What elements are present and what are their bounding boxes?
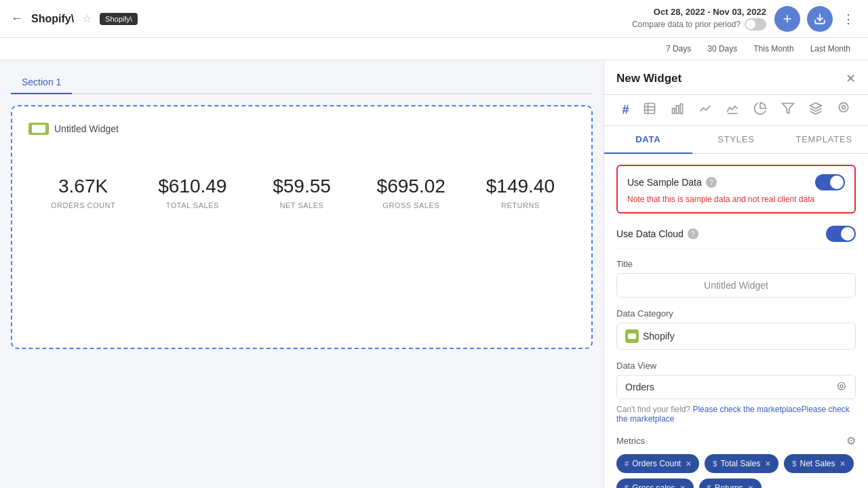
pin-icon [836,382,847,392]
metric-tag-orders-count: # Orders Count × [616,454,699,473]
topbar-actions: + ⋮ [774,6,857,32]
data-view-select[interactable]: Orders [616,375,856,399]
tab-data[interactable]: DATA [604,126,692,154]
main-layout: Section 1 Untitled Widget 3.67K ORDERS C… [0,60,868,488]
tag-icon-gross-sales: $ [625,484,629,488]
marketplace-text: Can't find your field? [616,405,690,414]
filter-30days[interactable]: 30 Days [701,42,744,56]
tag-close-orders[interactable]: × [686,458,691,469]
tag-close-gross-sales[interactable]: × [679,483,685,488]
hash-icon[interactable]: # [622,103,629,117]
filter-last-month[interactable]: Last Month [804,42,857,56]
title-field-input[interactable]: Untitled Widget [616,273,856,298]
metric-tag-total-sales: $ Total Sales × [705,454,778,473]
metric-value-net-sales: $59.55 [247,176,356,197]
filter-icon[interactable] [781,102,795,119]
metric-label-returns: RETURNS [466,201,575,209]
metrics-header: Metrics ⚙ [616,434,856,447]
close-icon[interactable]: ✕ [846,71,856,86]
data-view-label: Data View [616,361,856,371]
data-view-group: Data View Orders [616,361,856,399]
compare-toggle[interactable] [745,18,766,30]
metrics-section: Metrics ⚙ # Orders Count × $ Total Sales… [616,434,856,488]
panel-title: New Widget [616,72,682,85]
shopify-logo-inner [32,125,45,133]
filter-this-month[interactable]: This Month [747,42,800,56]
tag-close-total-sales[interactable]: × [765,458,770,469]
tag-close-returns[interactable]: × [748,483,753,488]
widget-header: Untitled Widget [28,123,575,135]
metric-orders-count: 3.67K ORDERS COUNT [28,176,138,209]
add-button[interactable]: + [774,6,800,32]
metric-value-gross-sales: $695.02 [357,176,466,197]
download-button[interactable] [807,6,833,32]
filter-7days[interactable]: 7 Days [659,42,698,56]
metric-returns: $149.40 RETURNS [466,176,575,209]
widget-title: Untitled Widget [54,123,119,134]
area-chart-icon[interactable] [726,102,739,119]
metric-label-gross-sales: GROSS SALES [357,201,466,209]
metrics-tags: # Orders Count × $ Total Sales × $ Net S… [616,454,856,488]
svg-rect-6 [676,106,678,114]
title-field-group: Title Untitled Widget [616,259,856,298]
metric-gross-sales: $695.02 GROSS SALES [357,176,466,209]
section-tabs: Section 1 [11,71,593,94]
tab-styles[interactable]: STYLES [692,126,781,154]
layers-icon[interactable] [809,102,823,119]
metric-tag-gross-sales: $ Gross sales × [616,479,694,488]
svg-marker-10 [810,103,821,108]
shopify-tag: Shopify [625,329,675,343]
date-range: Oct 28, 2022 - Nov 03, 2022 Compare data… [632,7,766,30]
data-cloud-row: Use Data Cloud ? [616,219,856,249]
tag-label-total-sales: Total Sales [720,459,760,468]
title-field-value: Untitled Widget [704,280,768,291]
tab-templates[interactable]: TEMPLATES [780,126,868,154]
download-icon [814,13,826,25]
tag-icon-total-sales: $ [713,460,717,468]
data-cloud-info-icon[interactable]: ? [688,228,698,239]
sample-data-row: Use Sample Data ? [627,174,845,190]
line-chart-icon[interactable] [698,102,712,119]
metrics-label: Metrics [616,436,645,446]
data-cloud-toggle[interactable] [826,226,856,242]
map-icon[interactable] [837,102,850,119]
sample-data-text: Use Sample Data [627,177,702,188]
sample-data-box: Use Sample Data ? Note that this is samp… [616,165,856,214]
gear-icon[interactable]: ⚙ [846,434,856,447]
metric-label-net-sales: NET SALES [247,201,356,209]
metric-net-sales: $59.55 NET SALES [247,176,356,209]
widget-card: Untitled Widget 3.67K ORDERS COUNT $610.… [11,105,593,349]
tag-label-orders: Orders Count [632,459,681,468]
data-category-label: Data Category [616,308,856,319]
tag-close-net-sales[interactable]: × [840,458,846,469]
sample-data-info-icon[interactable]: ? [706,177,717,188]
compare-label: Compare data to prior period? [632,20,741,29]
section-tab-1[interactable]: Section 1 [11,71,72,94]
metric-value-returns: $149.40 [466,176,575,197]
bar-chart-icon[interactable] [671,102,684,119]
table-icon[interactable] [643,102,656,119]
sample-data-toggle[interactable] [815,174,845,190]
tag-label-net-sales: Net Sales [800,459,835,468]
title-field-label: Title [616,259,856,269]
metric-tag-net-sales: $ Net Sales × [784,454,853,473]
svg-rect-1 [645,104,655,114]
marketplace-link-row: Can't find your field? Please check the … [616,405,856,424]
metric-label-total-sales: TOTAL SALES [138,201,247,209]
shopify-tag-label: Shopify [643,331,675,342]
shopify-tooltip: Shopify\ [100,13,138,25]
tag-icon-orders: # [625,460,629,468]
metric-label-orders: ORDERS COUNT [28,201,138,209]
widget-type-icons: # [604,95,868,126]
shopify-dot [625,329,639,343]
metric-value-orders: 3.67K [28,176,138,197]
back-button[interactable]: ← [11,12,23,26]
pie-chart-icon[interactable] [753,102,767,119]
svg-marker-9 [783,104,794,114]
data-category-select[interactable]: Shopify [616,323,856,350]
more-button[interactable]: ⋮ [840,9,857,29]
svg-point-12 [840,385,843,388]
data-view-value: Orders [625,382,654,392]
star-icon[interactable]: ☆ [82,12,92,25]
sample-data-note: Note that this is sample data and not re… [627,195,845,204]
